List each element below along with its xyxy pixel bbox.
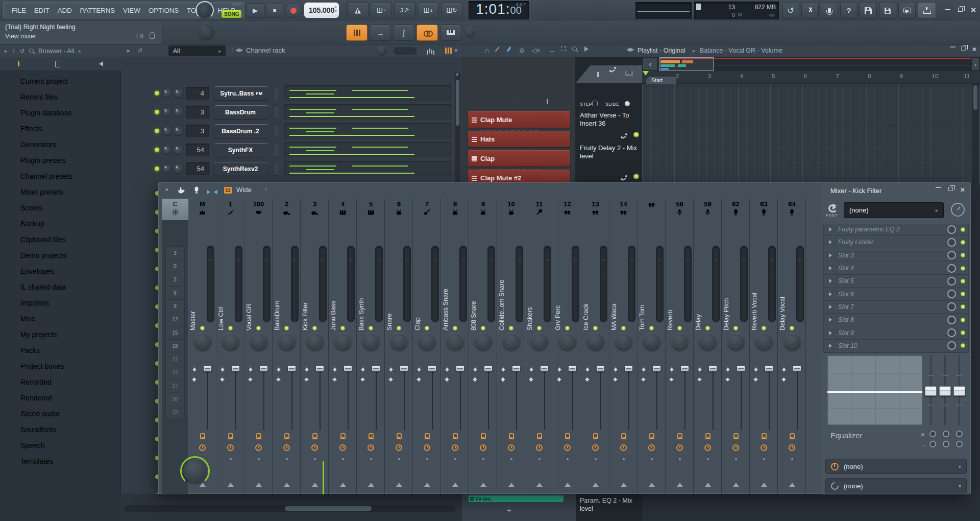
fx-enable-icon[interactable] bbox=[621, 433, 626, 439]
track-header[interactable]: 12 bbox=[553, 199, 581, 220]
automation-clock-icon[interactable] bbox=[396, 444, 402, 451]
channel-pan-knob[interactable] bbox=[163, 146, 172, 154]
channel-target-track[interactable]: 4 bbox=[186, 87, 209, 100]
route-arrow-icon[interactable] bbox=[761, 480, 767, 487]
playlist-minimize-icon[interactable] bbox=[950, 46, 955, 48]
playlist-title[interactable]: Playlist - Original bbox=[638, 47, 685, 54]
menu-item[interactable]: ADD bbox=[54, 7, 76, 14]
track-name[interactable]: Delay Pitch bbox=[723, 245, 731, 330]
volume-fader[interactable] bbox=[428, 366, 436, 430]
track-led[interactable] bbox=[284, 326, 289, 330]
track-led[interactable] bbox=[733, 326, 738, 330]
channel-volume-knob[interactable] bbox=[174, 164, 183, 173]
feedback-button[interactable] bbox=[898, 2, 916, 19]
eq-band-handle[interactable] bbox=[953, 386, 965, 396]
track-name[interactable]: Snare bbox=[386, 245, 394, 330]
channel-keyboard-indicator[interactable] bbox=[273, 105, 279, 119]
link-icon[interactable] bbox=[621, 133, 628, 138]
track-led[interactable] bbox=[200, 326, 205, 330]
record-arm-dot[interactable] bbox=[538, 458, 541, 460]
fx-slot[interactable]: Slot 8 bbox=[824, 314, 968, 326]
playlist-timeline[interactable]: Start 234567891011 bbox=[642, 71, 980, 84]
volume-fader[interactable] bbox=[204, 366, 211, 430]
browser-item[interactable]: Channel presets bbox=[0, 168, 121, 184]
dock-arrows-icon[interactable] bbox=[207, 187, 217, 197]
tempo-display[interactable]: 105.000▲▼ bbox=[304, 3, 339, 18]
fx-mix-knob[interactable] bbox=[947, 290, 956, 298]
mixer-track[interactable]: Tom Tom bbox=[638, 199, 666, 494]
track-header[interactable] bbox=[638, 199, 666, 220]
fx-enable-led[interactable] bbox=[961, 240, 965, 245]
updown-arrows-icon[interactable] bbox=[501, 365, 505, 370]
mixer-track[interactable]: 9 808 Snare bbox=[469, 199, 497, 494]
mixer-track[interactable]: 3 Kick Filter bbox=[301, 199, 329, 494]
swing-knob[interactable] bbox=[377, 46, 386, 55]
fx-slot-label[interactable]: Fruity parametric EQ 2 bbox=[838, 226, 947, 233]
track-header[interactable]: 8 bbox=[441, 199, 469, 220]
fx-slot[interactable]: Slot 9 bbox=[824, 326, 968, 339]
record-arm-dot[interactable] bbox=[595, 458, 597, 460]
track-led[interactable] bbox=[228, 326, 233, 330]
eq-band-knob[interactable] bbox=[943, 441, 949, 447]
updown-arrows-icon[interactable] bbox=[670, 365, 674, 370]
track-header[interactable]: 5 bbox=[357, 199, 385, 220]
search-icon[interactable] bbox=[29, 49, 34, 53]
automation-clock-icon[interactable] bbox=[508, 444, 514, 451]
pan-knob[interactable] bbox=[671, 333, 689, 350]
updown-arrows-icon[interactable] bbox=[726, 365, 730, 370]
record-arm-dot[interactable] bbox=[679, 458, 681, 460]
mixer-track[interactable]: 58 Reverb bbox=[666, 199, 694, 494]
track-led[interactable] bbox=[790, 326, 794, 330]
eq-band-knob[interactable] bbox=[956, 441, 963, 447]
slot-arrow-icon[interactable] bbox=[829, 266, 834, 270]
browser-item[interactable]: Generators bbox=[0, 136, 121, 152]
undo-button[interactable]: ↺ bbox=[782, 2, 799, 19]
volume-fader[interactable] bbox=[316, 366, 324, 430]
mixer-track[interactable]: M Master bbox=[188, 199, 216, 494]
paint-tool-icon[interactable] bbox=[508, 46, 510, 52]
slot-arrow-icon[interactable] bbox=[829, 318, 834, 322]
step-toggle[interactable] bbox=[592, 101, 598, 106]
track-name[interactable]: Reverb Vocal bbox=[751, 245, 759, 330]
mixer-track[interactable]: 10 Collide..om Snare bbox=[497, 199, 525, 494]
record-arm-dot[interactable] bbox=[370, 458, 372, 460]
browser-up-icon[interactable]: ↑ bbox=[12, 48, 15, 55]
metronome-volume-knob[interactable] bbox=[465, 28, 474, 37]
channel-row[interactable]: 4 Sytru..Bass FM bbox=[121, 84, 462, 102]
fx-slot-label[interactable]: Slot 6 bbox=[838, 291, 947, 298]
track-led[interactable] bbox=[762, 326, 766, 330]
route-arrow-icon[interactable] bbox=[565, 480, 571, 487]
browser-item[interactable]: Rendered bbox=[0, 390, 121, 406]
updown-arrows-icon[interactable] bbox=[782, 365, 786, 370]
leftright-arrows-icon[interactable] bbox=[695, 377, 700, 382]
mute-tool-icon[interactable]: ◁× bbox=[531, 46, 541, 54]
updown-arrows-icon[interactable] bbox=[192, 365, 197, 370]
slot-arrow-icon[interactable] bbox=[829, 240, 834, 244]
track-name[interactable]: Ambass Snare bbox=[442, 245, 450, 330]
mixer-track[interactable]: 5 Bass Synth bbox=[357, 199, 385, 494]
record-button[interactable] bbox=[285, 3, 302, 18]
browser-item[interactable]: Envelopes bbox=[0, 263, 121, 279]
minimap-forward-button[interactable]: › bbox=[972, 58, 979, 70]
fx-slot[interactable]: Slot 7 bbox=[824, 301, 968, 314]
playlist-close-icon[interactable] bbox=[971, 46, 977, 52]
track-led[interactable] bbox=[425, 326, 429, 330]
record-arm-dot[interactable] bbox=[454, 458, 456, 460]
browser-item[interactable]: Demo projects bbox=[0, 247, 121, 263]
fader-handle[interactable] bbox=[288, 366, 296, 371]
track-header[interactable]: 62 bbox=[722, 199, 750, 220]
channel-row[interactable]: 54 SynthRexv2 bbox=[121, 160, 462, 178]
pan-knob[interactable] bbox=[334, 333, 352, 350]
record-arm-dot[interactable] bbox=[286, 458, 288, 460]
channel-volume-knob[interactable] bbox=[174, 108, 183, 116]
channel-target-track[interactable]: 54 bbox=[186, 144, 209, 156]
fader-handle[interactable] bbox=[625, 366, 632, 371]
leftright-arrows-icon[interactable] bbox=[386, 377, 391, 382]
time-mode-label[interactable]: B:S:T bbox=[516, 3, 526, 6]
browser-item[interactable]: Misc bbox=[0, 311, 121, 326]
channel-row[interactable]: 3 BassDrum bbox=[121, 103, 462, 121]
fx-enable-icon[interactable] bbox=[425, 433, 430, 439]
fx-mix-knob[interactable] bbox=[947, 225, 956, 234]
channel-keyboard-indicator[interactable] bbox=[273, 162, 279, 176]
leftright-arrows-icon[interactable] bbox=[751, 377, 756, 382]
